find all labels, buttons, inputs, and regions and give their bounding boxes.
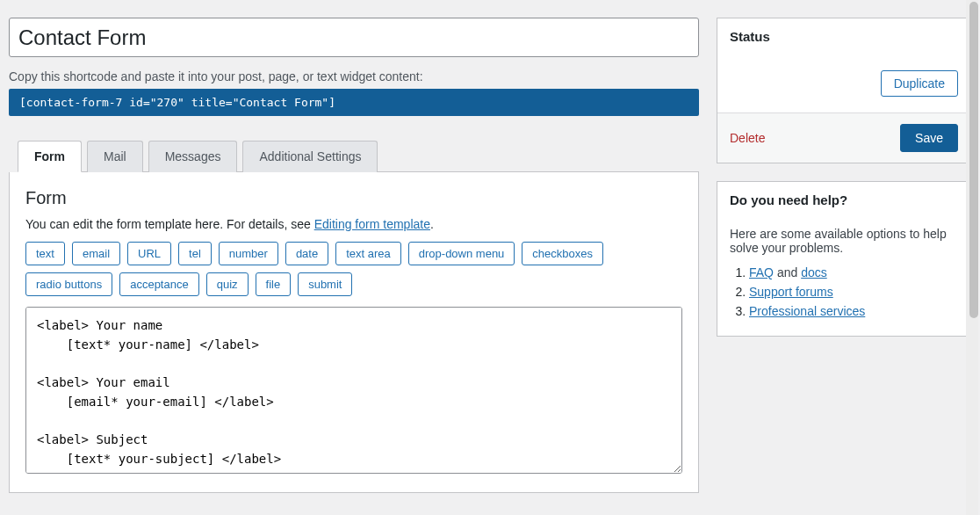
save-button[interactable]: Save (900, 124, 958, 152)
tag-quiz-button[interactable]: quiz (206, 272, 249, 296)
help-item-sep: and (774, 265, 801, 279)
tab-list: Form Mail Messages Additional Settings (18, 141, 699, 172)
tag-submit-button[interactable]: submit (298, 272, 352, 296)
tag-date-button[interactable]: date (285, 242, 328, 265)
help-list: FAQ and docs Support forums Professional… (730, 265, 958, 318)
form-panel-desc-prefix: You can edit the form template here. For… (25, 217, 314, 231)
tag-number-button[interactable]: number (219, 242, 278, 265)
faq-link[interactable]: FAQ (749, 265, 774, 279)
tab-additional-settings[interactable]: Additional Settings (242, 141, 378, 172)
form-panel: Form You can edit the form template here… (9, 172, 699, 493)
tag-checkboxes-button[interactable]: checkboxes (522, 242, 603, 265)
tag-dropdown-button[interactable]: drop-down menu (408, 242, 515, 265)
sidebar-column: Status Duplicate Delete Save Do you need… (717, 0, 971, 493)
form-panel-heading: Form (25, 188, 682, 208)
help-item-pro: Professional services (749, 304, 958, 318)
shortcode-display[interactable]: [contact-form-7 id="270" title="Contact … (9, 89, 699, 116)
tab-messages[interactable]: Messages (148, 141, 238, 172)
help-heading: Do you need help? (717, 182, 970, 218)
tag-url-button[interactable]: URL (127, 242, 171, 265)
delete-link[interactable]: Delete (730, 131, 765, 145)
help-item-support: Support forums (749, 285, 958, 299)
tab-mail[interactable]: Mail (87, 141, 143, 172)
form-panel-desc: You can edit the form template here. For… (25, 217, 682, 231)
support-forums-link[interactable]: Support forums (749, 285, 833, 299)
tag-tel-button[interactable]: tel (178, 242, 212, 265)
tag-generator-row: text email URL tel number date text area… (25, 242, 682, 296)
help-item-faq-docs: FAQ and docs (749, 265, 958, 279)
docs-link[interactable]: docs (801, 265, 827, 279)
main-column: Copy this shortcode and paste it into yo… (9, 0, 699, 493)
editing-template-link[interactable]: Editing form template (314, 217, 430, 231)
tab-form[interactable]: Form (18, 141, 82, 172)
status-box: Status Duplicate Delete Save (717, 18, 971, 163)
tag-radio-button[interactable]: radio buttons (25, 272, 112, 296)
form-panel-desc-suffix: . (430, 217, 434, 231)
form-template-textarea[interactable] (25, 307, 682, 474)
tag-email-button[interactable]: email (72, 242, 120, 265)
status-heading: Status (717, 18, 970, 54)
help-box: Do you need help? Here are some availabl… (717, 181, 971, 337)
help-desc: Here are some available options to help … (730, 227, 958, 255)
tag-textarea-button[interactable]: text area (335, 242, 401, 265)
professional-services-link[interactable]: Professional services (749, 304, 865, 318)
tag-text-button[interactable]: text (25, 242, 65, 265)
form-title-input[interactable] (9, 18, 699, 57)
tag-acceptance-button[interactable]: acceptance (119, 272, 199, 296)
duplicate-button[interactable]: Duplicate (881, 70, 958, 97)
tag-file-button[interactable]: file (256, 272, 292, 296)
scrollbar-thumb[interactable] (969, 2, 978, 318)
shortcode-label: Copy this shortcode and paste it into yo… (9, 69, 699, 83)
